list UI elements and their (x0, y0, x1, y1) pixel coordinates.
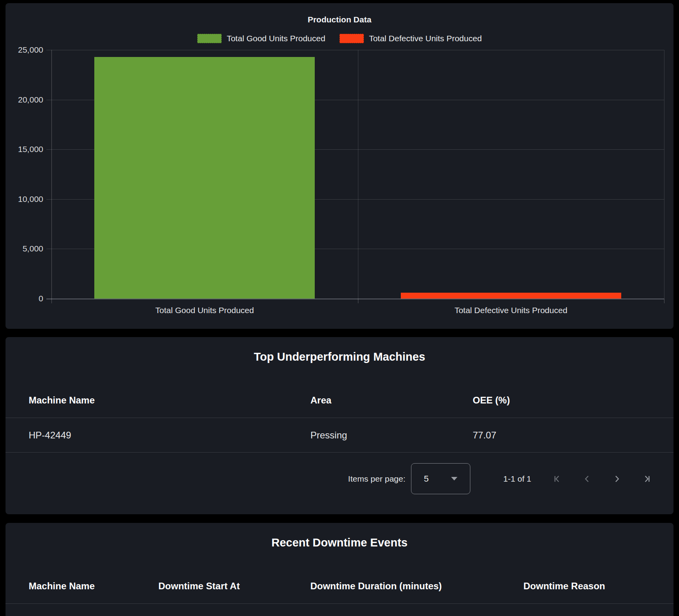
column-header-machine-name: Machine Name (29, 383, 95, 418)
machines-table-header-row: Machine Name Area OEE (%) (6, 383, 673, 418)
first-page-button[interactable] (548, 469, 567, 488)
previous-page-button[interactable] (578, 469, 596, 488)
x-axis-tick (51, 299, 52, 303)
defective-units-swatch (340, 34, 364, 43)
x-axis-tick (664, 299, 664, 303)
items-per-page-label: Items per page: (348, 474, 406, 484)
underperforming-machines-card: Top Underperforming Machines Machine Nam… (6, 337, 673, 514)
column-header-area: Area (310, 383, 331, 418)
bar-cell-good (51, 50, 358, 299)
column-header-downtime-duration: Downtime Duration (minutes) (310, 568, 442, 603)
bar-row (51, 50, 664, 299)
y-tick-label: 25,000 (6, 45, 43, 55)
legend-item-good[interactable]: Total Good Units Produced (197, 34, 325, 43)
pagination-range-label: 1-1 of 1 (503, 474, 531, 484)
cell-oee: 77.07 (473, 418, 496, 452)
y-tick-label: 15,000 (6, 145, 43, 154)
legend-label: Total Good Units Produced (227, 34, 325, 43)
good-units-swatch (197, 34, 222, 43)
gridline (46, 299, 664, 299)
previous-page-icon (582, 474, 592, 484)
defective-units-bar (401, 293, 621, 299)
items-per-page-select[interactable]: 5 (411, 463, 470, 494)
pager-buttons (548, 469, 656, 488)
pagination-bar: Items per page: 5 1-1 of 1 (348, 463, 656, 494)
good-units-bar (94, 57, 315, 299)
first-page-icon (552, 474, 562, 484)
y-tick-label: 0 (6, 294, 43, 303)
cell-area: Pressing (310, 418, 347, 452)
downtime-table-title: Recent Downtime Events (6, 536, 673, 549)
column-header-downtime-start: Downtime Start At (158, 568, 240, 603)
x-axis-label-good: Total Good Units Produced (51, 306, 358, 315)
x-axis-label-defective: Total Defective Units Produced (358, 306, 664, 315)
downtime-table-header-row: Machine Name Downtime Start At Downtime … (6, 568, 673, 604)
production-chart-card: Production Data Total Good Units Produce… (6, 3, 673, 329)
plot-area (51, 50, 664, 299)
last-page-button[interactable] (637, 469, 656, 488)
table-row: HP-42449 Pressing 77.07 (6, 418, 673, 453)
next-page-button[interactable] (607, 469, 626, 488)
chevron-down-icon (451, 477, 457, 480)
column-header-oee: OEE (%) (473, 383, 510, 418)
chart-title: Production Data (6, 15, 673, 24)
x-axis-labels: Total Good Units Produced Total Defectiv… (51, 306, 664, 315)
y-tick-label: 20,000 (6, 95, 43, 104)
x-axis-tick (358, 299, 358, 303)
y-tick-label: 5,000 (6, 244, 43, 253)
machines-table-title: Top Underperforming Machines (6, 350, 673, 363)
column-header-machine-name: Machine Name (29, 568, 95, 603)
bar-cell-defective (358, 50, 664, 299)
last-page-icon (642, 474, 651, 484)
y-axis-ticks: 05,00010,00015,00020,00025,000 (6, 50, 43, 299)
downtime-events-card: Recent Downtime Events Machine Name Down… (6, 523, 673, 616)
legend-item-defective[interactable]: Total Defective Units Produced (340, 34, 482, 43)
column-header-downtime-reason: Downtime Reason (523, 568, 605, 603)
chart-legend: Total Good Units Produced Total Defectiv… (6, 34, 673, 43)
next-page-icon (612, 474, 622, 484)
legend-label: Total Defective Units Produced (369, 34, 482, 43)
y-tick-label: 10,000 (6, 194, 43, 204)
right-edge-gridline (664, 50, 664, 299)
items-per-page-value: 5 (424, 474, 429, 484)
cell-machine-name: HP-42449 (29, 418, 71, 452)
